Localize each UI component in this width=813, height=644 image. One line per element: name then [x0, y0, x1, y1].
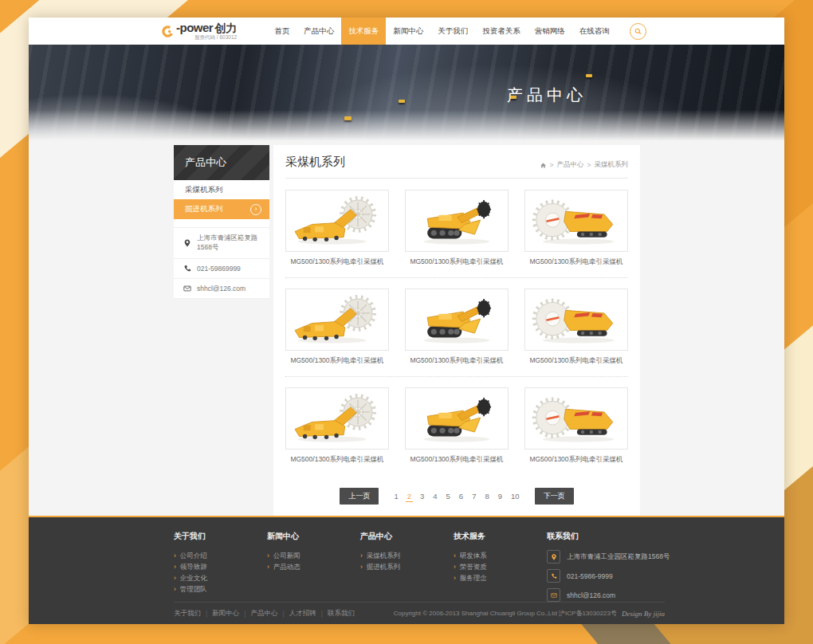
bottom-link-about[interactable]: 关于我们 [174, 609, 201, 618]
chevron-right-icon: › [250, 204, 261, 215]
phone-icon [183, 265, 191, 273]
bottom-link-separator: | [244, 610, 245, 618]
bottom-link-news[interactable]: 新闻中心 [212, 609, 239, 618]
product-card[interactable]: MG500/1300系列电牵引采煤机 [285, 387, 389, 465]
footer-link-rd-system[interactable]: 研发体系 [454, 550, 547, 561]
next-page-button[interactable]: 下一页 [535, 488, 574, 505]
product-caption[interactable]: MG500/1300系列电牵引采煤机 [405, 257, 509, 267]
footer-link-management[interactable]: 管理团队 [174, 583, 267, 595]
sidebar-title: 产品中心 [174, 145, 269, 180]
breadcrumb-products[interactable]: 产品中心 [557, 160, 584, 170]
product-row: MG500/1300系列电牵引采煤机 MG500/1300系列电牵引采煤机 MG… [285, 289, 628, 377]
page-number-7[interactable]: 7 [470, 491, 477, 502]
header: -power创力 股票代码 / 603012 首页 产品中心 技术服务 新闻中心… [29, 18, 784, 45]
page-number-8[interactable]: 8 [483, 491, 490, 502]
footer-link-roadheader-series[interactable]: 掘进机系列 [360, 561, 454, 572]
bottom-link-separator: | [282, 610, 284, 618]
sidebar-item-label: 采煤机系列 [185, 185, 223, 195]
product-card[interactable]: MG500/1300系列电牵引采煤机 [524, 190, 628, 267]
product-caption[interactable]: MG500/1300系列电牵引采煤机 [524, 455, 628, 465]
nav-home[interactable]: 首页 [267, 18, 297, 45]
mine-truck-image [586, 74, 592, 77]
footer-col-about: 关于我们 公司介绍 领导致辞 企业文化 管理团队 [174, 531, 267, 607]
product-caption[interactable]: MG500/1300系列电牵引采煤机 [285, 455, 389, 465]
product-row: MG500/1300系列电牵引采煤机 MG500/1300系列电牵引采煤机 MG… [285, 190, 628, 278]
nav-investor[interactable]: 投资者关系 [475, 18, 528, 45]
product-caption[interactable]: MG500/1300系列电牵引采煤机 [524, 356, 628, 366]
page-number-10[interactable]: 10 [509, 491, 521, 502]
sidebar-email: shhcl@126.com [197, 285, 245, 293]
home-icon[interactable] [540, 162, 547, 169]
location-pin-icon [551, 554, 557, 560]
product-caption[interactable]: MG500/1300系列电牵引采煤机 [524, 257, 628, 267]
footer-link-company-news[interactable]: 公司新闻 [267, 550, 360, 561]
brand-name-en: -power [176, 21, 213, 34]
product-card[interactable]: MG500/1300系列电牵引采煤机 [405, 190, 509, 267]
footer-link-service-concept[interactable]: 服务理念 [454, 572, 547, 583]
footer-link-product-news[interactable]: 产品动态 [267, 561, 360, 572]
footer-phone: 021-5986-9999 [567, 572, 613, 580]
footer: 关于我们 公司介绍 领导致辞 企业文化 管理团队 新闻中心 公司新闻 产品动态 … [29, 516, 784, 624]
nav-products[interactable]: 产品中心 [297, 18, 341, 45]
footer-link-culture[interactable]: 企业文化 [174, 572, 267, 583]
sidebar-item-shearer-series[interactable]: 采煤机系列 [174, 180, 269, 199]
brand-name: -power创力 [176, 22, 237, 33]
page-number-9[interactable]: 9 [497, 491, 504, 502]
breadcrumb-current: 采煤机系列 [595, 160, 629, 170]
breadcrumb-separator: > [550, 161, 554, 169]
product-image-shearer [289, 193, 385, 249]
product-image-shearer [289, 292, 385, 348]
page-number-2-active[interactable]: 2 [406, 491, 413, 502]
product-caption[interactable]: MG500/1300系列电牵引采煤机 [405, 356, 509, 366]
footer-address: 上海市青浦工业园区崧复路1568号 [567, 552, 670, 562]
nav-marketing[interactable]: 营销网络 [528, 18, 572, 45]
nav-about[interactable]: 关于我们 [430, 18, 475, 45]
page-number-3[interactable]: 3 [418, 491, 426, 502]
product-image-shearer [289, 391, 385, 446]
product-caption[interactable]: MG500/1300系列电牵引采煤机 [405, 455, 509, 465]
product-caption[interactable]: MG500/1300系列电牵引采煤机 [285, 257, 389, 267]
breadcrumb: > 产品中心 > 采煤机系列 [540, 160, 628, 170]
sidebar-address: 上海市青浦区崧复路1568号 [197, 234, 263, 253]
bottom-link-products[interactable]: 产品中心 [250, 609, 277, 618]
product-card[interactable]: MG500/1300系列电牵引采煤机 [524, 289, 628, 366]
sidebar-phone: 021-59869999 [197, 265, 241, 273]
footer-email: shhcl@126.com [567, 591, 615, 599]
bottom-link-careers[interactable]: 人才招聘 [289, 609, 316, 618]
footer-link-leader-speech[interactable]: 领导致辞 [174, 561, 267, 572]
product-card[interactable]: MG500/1300系列电牵引采煤机 [524, 387, 628, 465]
footer-link-shearer-series[interactable]: 采煤机系列 [360, 550, 454, 561]
product-card[interactable]: MG500/1300系列电牵引采煤机 [285, 190, 389, 267]
search-button[interactable] [630, 23, 646, 40]
page-number-6[interactable]: 6 [458, 491, 465, 502]
page-number-1[interactable]: 1 [392, 491, 399, 502]
brand-c-icon [161, 25, 175, 38]
product-image-roadheader [409, 292, 505, 348]
page-number-5[interactable]: 5 [445, 491, 452, 502]
mine-truck-image [344, 116, 352, 120]
nav-tech-service[interactable]: 技术服务 [341, 18, 386, 45]
bottom-link-contact[interactable]: 联系我们 [328, 609, 355, 618]
main-nav: 首页 产品中心 技术服务 新闻中心 关于我们 投资者关系 营销网络 在线咨询 [267, 18, 617, 45]
mail-icon [551, 592, 557, 599]
nav-news[interactable]: 新闻中心 [386, 18, 430, 45]
product-card[interactable]: MG500/1300系列电牵引采煤机 [405, 289, 509, 366]
product-card[interactable]: MG500/1300系列电牵引采煤机 [285, 289, 389, 366]
footer-col-title: 产品中心 [360, 531, 454, 542]
product-image-roadheader [409, 193, 505, 249]
footer-link-honors[interactable]: 荣誉资质 [454, 561, 547, 572]
prev-page-button[interactable]: 上一页 [340, 488, 379, 505]
sidebar-item-roadheader-series[interactable]: 掘进机系列 › [174, 199, 269, 219]
footer-link-company-intro[interactable]: 公司介绍 [174, 550, 267, 561]
product-image-wheel-shearer [528, 292, 624, 348]
product-image-wheel-shearer [528, 193, 624, 249]
copyright-text: Copyright © 2006-2013 Shanghai Chuangli … [394, 609, 617, 618]
nav-online-consult[interactable]: 在线咨询 [572, 18, 617, 45]
product-card[interactable]: MG500/1300系列电牵引采煤机 [405, 387, 509, 465]
brand-logo[interactable]: -power创力 股票代码 / 603012 [161, 18, 237, 45]
sidebar-contact: 上海市青浦区崧复路1568号 021-59869999 shhcl@126.co… [174, 227, 269, 299]
page-number-4[interactable]: 4 [431, 491, 438, 502]
footer-col-title: 联系我们 [547, 531, 686, 542]
bottom-link-separator: | [206, 610, 207, 618]
product-caption[interactable]: MG500/1300系列电牵引采煤机 [285, 356, 389, 366]
